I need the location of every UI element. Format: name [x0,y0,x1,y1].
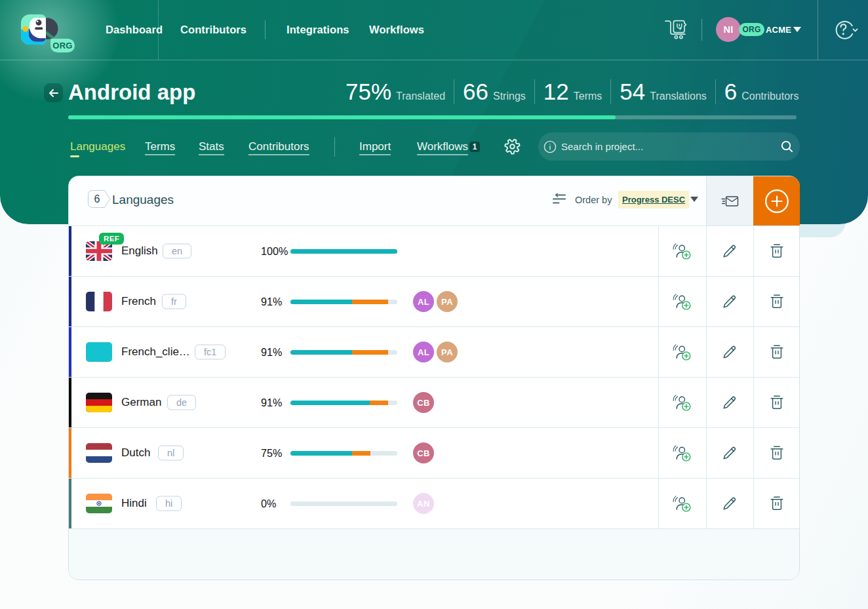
svg-text:6: 6 [94,193,100,205]
